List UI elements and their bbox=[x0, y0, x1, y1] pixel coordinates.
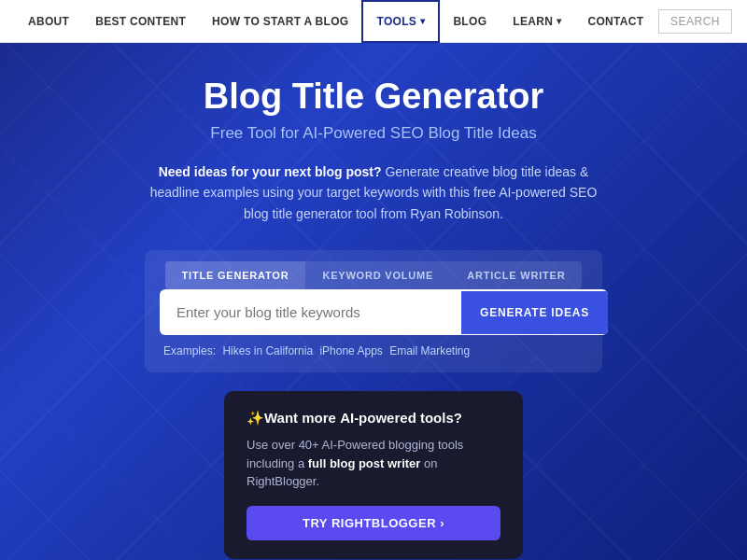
tab-article-writer[interactable]: ARTICLE WRITER bbox=[450, 261, 582, 289]
search-button[interactable]: SEARCH bbox=[658, 9, 732, 34]
tab-keyword-volume[interactable]: KEYWORD VOLUME bbox=[305, 261, 450, 289]
example-hikes[interactable]: Hikes in California bbox=[222, 344, 313, 357]
promo-description: Use over 40+ AI-Powered blogging tools i… bbox=[247, 436, 500, 491]
keyword-input-area: GENERATE IDEAS bbox=[160, 289, 608, 335]
navigation: ABOUT BEST CONTENT HOW TO START A BLOG T… bbox=[0, 0, 747, 43]
nav-item-blog[interactable]: BLOG bbox=[440, 0, 500, 43]
tools-chevron-icon: ▾ bbox=[420, 16, 425, 26]
promo-card: ✨Want more AI-powered tools? Use over 40… bbox=[224, 391, 523, 559]
hero-section: Blog Title Generator Free Tool for AI-Po… bbox=[0, 43, 747, 560]
tool-container: TITLE GENERATOR KEYWORD VOLUME ARTICLE W… bbox=[145, 250, 602, 372]
page-title: Blog Title Generator bbox=[19, 77, 728, 117]
example-email[interactable]: Email Marketing bbox=[389, 344, 470, 357]
hero-description-bold: Need ideas for your next blog post? bbox=[159, 164, 382, 179]
tool-tabs: TITLE GENERATOR KEYWORD VOLUME ARTICLE W… bbox=[165, 261, 583, 289]
hero-description: Need ideas for your next blog post? Gene… bbox=[149, 161, 598, 224]
promo-desc-bold: full blog post writer bbox=[308, 456, 421, 470]
promo-arrow-icon: › bbox=[440, 516, 444, 530]
try-rightblogger-button[interactable]: TRY RIGHTBLOGGER › bbox=[247, 506, 500, 540]
example-iphone[interactable]: iPhone Apps bbox=[319, 344, 382, 357]
nav-item-about[interactable]: ABOUT bbox=[15, 0, 82, 43]
generate-ideas-button[interactable]: GENERATE IDEAS bbox=[461, 291, 608, 334]
nav-item-learn[interactable]: LEARN ▾ bbox=[500, 0, 574, 43]
promo-title: ✨Want more AI-powered tools? bbox=[247, 410, 500, 427]
nav-item-contact[interactable]: CONTACT bbox=[574, 0, 656, 43]
promo-emoji: ✨ bbox=[247, 410, 264, 426]
keyword-input[interactable] bbox=[160, 289, 461, 335]
nav-item-tools[interactable]: TOOLS ▾ bbox=[361, 0, 440, 43]
hero-subtitle: Free Tool for AI-Powered SEO Blog Title … bbox=[19, 124, 728, 143]
examples-text: Examples: Hikes in California iPhone App… bbox=[160, 344, 587, 357]
promo-title-bold: AI-powered tools bbox=[340, 410, 454, 426]
nav-item-how-to-start[interactable]: HOW TO START A BLOG bbox=[199, 0, 361, 43]
nav-item-best-content[interactable]: BEST CONTENT bbox=[82, 0, 199, 43]
learn-chevron-icon: ▾ bbox=[557, 16, 561, 26]
tab-title-generator[interactable]: TITLE GENERATOR bbox=[165, 261, 306, 289]
nav-items: ABOUT BEST CONTENT HOW TO START A BLOG T… bbox=[15, 0, 658, 43]
